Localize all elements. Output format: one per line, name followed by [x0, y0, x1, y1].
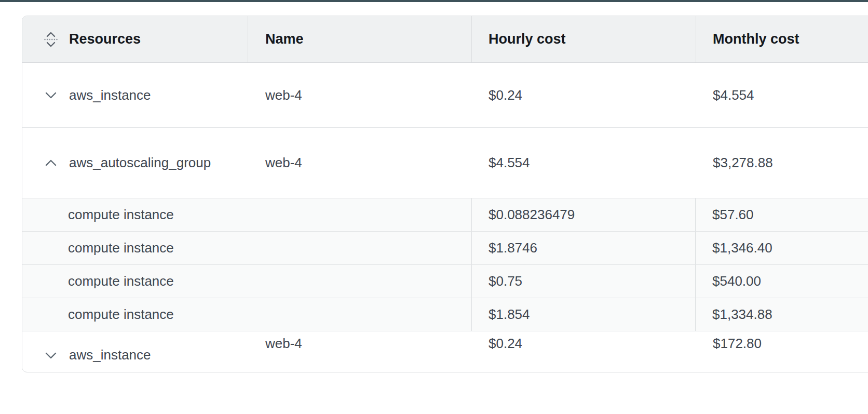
- resource-name: web-4: [248, 331, 472, 371]
- hourly-cost-value: $0.24: [472, 63, 696, 127]
- cost-component-label: compute instance: [22, 265, 248, 298]
- chevron-down-icon[interactable]: [44, 91, 58, 99]
- cost-component-label: compute instance: [22, 198, 248, 231]
- top-accent-bar: [0, 0, 868, 2]
- cost-component-label: compute instance: [22, 232, 248, 264]
- monthly-cost-value: $540.00: [695, 265, 868, 298]
- cost-component-row: compute instance $0.088236479 $57.60: [22, 198, 868, 231]
- table-row: aws_instance web-4 $0.24 $172.80: [22, 331, 868, 371]
- hourly-cost-value: $0.088236479: [471, 198, 696, 231]
- chevron-down-icon[interactable]: [44, 351, 58, 359]
- table-row: aws_autoscaling_group web-4 $4.554 $3,27…: [22, 128, 868, 198]
- table-header-row: Resources Name Hourly cost Monthly cost: [22, 16, 868, 63]
- cost-component-row: compute instance $1.8746 $1,346.40: [22, 231, 868, 264]
- cost-component-row: compute instance $1.854 $1,334.88: [22, 298, 868, 331]
- hourly-cost-value: $4.554: [472, 128, 696, 198]
- cost-component-name: [248, 198, 472, 231]
- monthly-cost-value: $1,334.88: [695, 298, 868, 331]
- resource-type-label[interactable]: aws_autoscaling_group: [69, 155, 211, 171]
- drag-sort-icon[interactable]: [44, 31, 58, 48]
- hourly-cost-value: $1.854: [471, 298, 696, 331]
- chevron-up-icon[interactable]: [44, 159, 58, 167]
- monthly-cost-value: $4.554: [696, 63, 868, 127]
- monthly-cost-value: $172.80: [696, 331, 868, 371]
- column-header-resources[interactable]: Resources: [22, 16, 248, 62]
- hourly-cost-value: $0.75: [471, 265, 696, 298]
- resource-name: web-4: [248, 63, 472, 127]
- hourly-cost-value: $1.8746: [471, 232, 696, 264]
- column-header-monthly-cost[interactable]: Monthly cost: [696, 16, 868, 62]
- header-label-hourly-cost: Hourly cost: [489, 31, 566, 47]
- header-label-monthly-cost: Monthly cost: [713, 31, 799, 47]
- cost-component-name: [248, 265, 472, 298]
- monthly-cost-value: $1,346.40: [695, 232, 868, 264]
- resource-type-label[interactable]: aws_instance: [69, 87, 151, 103]
- header-label-name: Name: [265, 31, 304, 47]
- table-row: aws_instance web-4 $0.24 $4.554: [22, 63, 868, 128]
- header-label-resources: Resources: [69, 31, 141, 47]
- cost-component-label: compute instance: [22, 298, 248, 331]
- resource-name: web-4: [248, 128, 472, 198]
- cost-component-name: [248, 232, 472, 264]
- hourly-cost-value: $0.24: [472, 331, 696, 371]
- monthly-cost-value: $3,278.88: [696, 128, 868, 198]
- resource-type-label[interactable]: aws_instance: [69, 347, 151, 363]
- column-header-name[interactable]: Name: [248, 16, 472, 62]
- column-header-hourly-cost[interactable]: Hourly cost: [472, 16, 696, 62]
- cost-component-row: compute instance $0.75 $540.00: [22, 264, 868, 298]
- cost-component-name: [248, 298, 472, 331]
- cost-breakdown-table: Resources Name Hourly cost Monthly cost …: [22, 16, 868, 372]
- monthly-cost-value: $57.60: [695, 198, 868, 231]
